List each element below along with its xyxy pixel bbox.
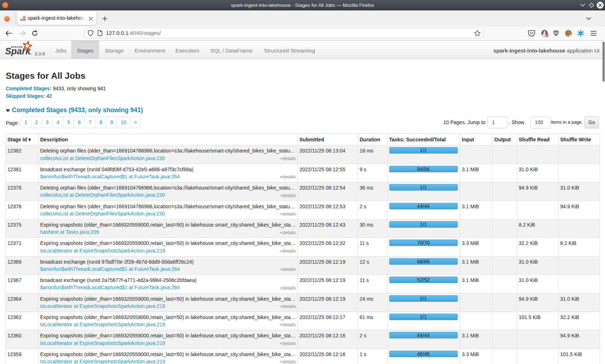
svg-text:uO: uO <box>554 32 557 34</box>
svg-text:™: ™ <box>30 54 32 56</box>
svg-text:Spark: Spark <box>20 18 26 21</box>
